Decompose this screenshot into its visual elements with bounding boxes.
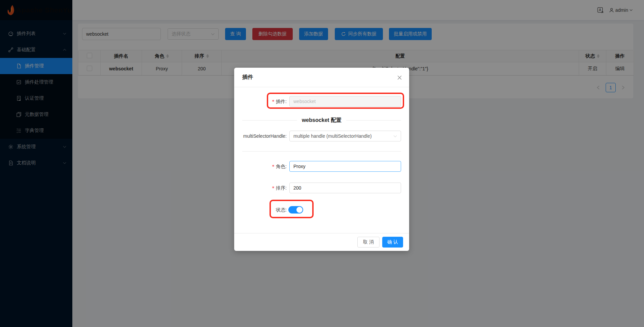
role-input[interactable] <box>289 161 401 172</box>
plugin-edit-modal: 插件 *插件: websocket 配置 multiSelectorHandle… <box>234 68 409 251</box>
sort-field-label: *排序: <box>242 183 287 193</box>
plugin-field-label: *插件: <box>242 96 287 107</box>
close-icon[interactable] <box>395 73 403 81</box>
modal-header: 插件 <box>234 68 409 87</box>
handle-select[interactable]: multiple handle (multiSelectorHandle) <box>289 131 401 141</box>
divider <box>242 151 401 152</box>
config-section-title: websocket 配置 <box>302 117 342 124</box>
modal-title: 插件 <box>242 74 253 81</box>
status-field-label: 状态: <box>242 204 287 215</box>
status-toggle[interactable] <box>288 206 303 214</box>
cancel-button[interactable]: 取 消 <box>357 237 380 248</box>
chevron-down-icon <box>393 135 397 137</box>
confirm-button[interactable]: 确 认 <box>382 237 403 248</box>
sort-input[interactable] <box>289 183 401 193</box>
handle-field-label: multiSelectorHandle: <box>242 131 287 141</box>
toggle-knob <box>296 207 302 213</box>
handle-select-value: multiple handle (multiSelectorHandle) <box>293 133 393 139</box>
modal-footer: 取 消 确 认 <box>234 233 409 251</box>
config-section-divider: websocket 配置 <box>242 117 401 124</box>
plugin-name-input[interactable] <box>289 96 401 107</box>
role-field-label: *角色: <box>242 161 287 172</box>
